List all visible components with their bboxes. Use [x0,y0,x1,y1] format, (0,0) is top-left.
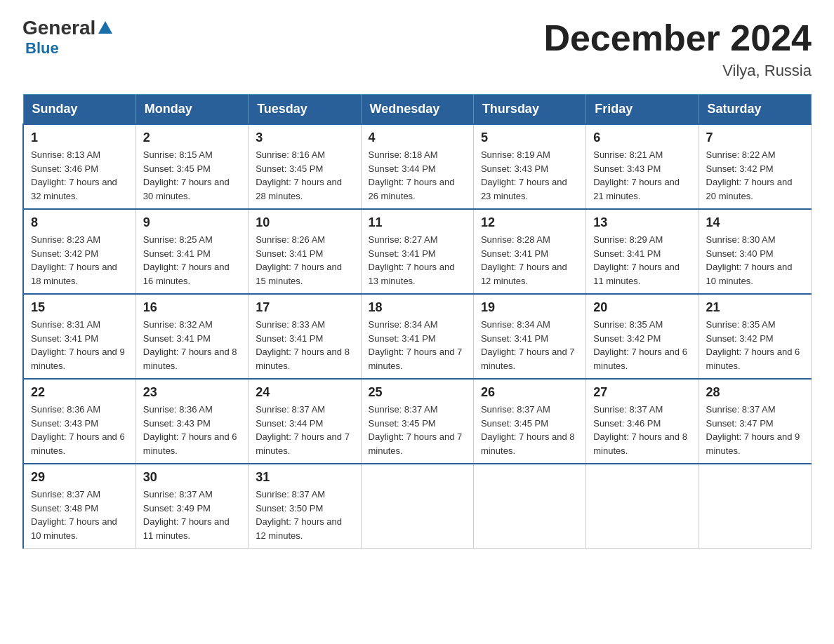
day-number: 25 [369,385,466,400]
day-number: 7 [706,130,804,145]
day-info: Sunrise: 8:36 AM Sunset: 3:43 PM Dayligh… [31,403,128,457]
day-info: Sunrise: 8:37 AM Sunset: 3:45 PM Dayligh… [369,403,466,457]
day-number: 18 [369,300,466,315]
day-info: Sunrise: 8:34 AM Sunset: 3:41 PM Dayligh… [369,318,466,373]
calendar-cell: 27 Sunrise: 8:37 AM Sunset: 3:46 PM Dayl… [586,379,699,464]
day-info: Sunrise: 8:37 AM Sunset: 3:49 PM Dayligh… [143,488,241,542]
calendar-table: Sunday Monday Tuesday Wednesday Thursday… [22,94,812,549]
day-info: Sunrise: 8:34 AM Sunset: 3:41 PM Dayligh… [481,318,578,373]
calendar-cell: 26 Sunrise: 8:37 AM Sunset: 3:45 PM Dayl… [473,379,585,464]
calendar-cell: 16 Sunrise: 8:32 AM Sunset: 3:41 PM Dayl… [135,294,248,379]
day-info: Sunrise: 8:23 AM Sunset: 3:42 PM Dayligh… [31,233,128,288]
logo-text: General [22,17,112,39]
day-info: Sunrise: 8:37 AM Sunset: 3:50 PM Dayligh… [256,488,353,542]
logo-triangle-icon [98,21,112,34]
day-number: 10 [256,215,353,230]
calendar-cell: 21 Sunrise: 8:35 AM Sunset: 3:42 PM Dayl… [699,294,811,379]
day-number: 14 [706,215,804,230]
day-info: Sunrise: 8:29 AM Sunset: 3:41 PM Dayligh… [593,233,691,288]
calendar-cell: 8 Sunrise: 8:23 AM Sunset: 3:42 PM Dayli… [23,209,135,294]
day-info: Sunrise: 8:19 AM Sunset: 3:43 PM Dayligh… [481,148,578,203]
day-number: 30 [143,470,241,485]
day-number: 31 [256,470,353,485]
header-thursday: Thursday [473,95,585,125]
day-info: Sunrise: 8:21 AM Sunset: 3:43 PM Dayligh… [593,148,691,203]
calendar-cell: 17 Sunrise: 8:33 AM Sunset: 3:41 PM Dayl… [249,294,361,379]
title-block: December 2024 Vilya, Russia [543,17,812,80]
day-number: 15 [31,300,128,315]
day-info: Sunrise: 8:22 AM Sunset: 3:42 PM Dayligh… [706,148,804,203]
day-info: Sunrise: 8:37 AM Sunset: 3:48 PM Dayligh… [31,488,128,542]
header-sunday: Sunday [23,95,135,125]
day-info: Sunrise: 8:33 AM Sunset: 3:41 PM Dayligh… [256,318,353,373]
logo: General Blue [22,17,112,58]
day-info: Sunrise: 8:37 AM Sunset: 3:45 PM Dayligh… [481,403,578,457]
week-row-1: 1 Sunrise: 8:13 AM Sunset: 3:46 PM Dayli… [23,124,812,209]
calendar-cell: 10 Sunrise: 8:26 AM Sunset: 3:41 PM Dayl… [249,209,361,294]
day-number: 16 [143,300,241,315]
calendar-cell [361,464,473,549]
calendar-cell: 25 Sunrise: 8:37 AM Sunset: 3:45 PM Dayl… [361,379,473,464]
calendar-cell: 24 Sunrise: 8:37 AM Sunset: 3:44 PM Dayl… [249,379,361,464]
day-number: 9 [143,215,241,230]
day-number: 3 [256,130,353,145]
calendar-cell: 28 Sunrise: 8:37 AM Sunset: 3:47 PM Dayl… [699,379,811,464]
day-number: 24 [256,385,353,400]
calendar-cell: 14 Sunrise: 8:30 AM Sunset: 3:40 PM Dayl… [699,209,811,294]
calendar-cell [473,464,585,549]
header-saturday: Saturday [699,95,811,125]
calendar-cell: 22 Sunrise: 8:36 AM Sunset: 3:43 PM Dayl… [23,379,135,464]
calendar-cell: 1 Sunrise: 8:13 AM Sunset: 3:46 PM Dayli… [23,124,135,209]
day-info: Sunrise: 8:31 AM Sunset: 3:41 PM Dayligh… [31,318,128,373]
calendar-cell: 20 Sunrise: 8:35 AM Sunset: 3:42 PM Dayl… [586,294,699,379]
day-info: Sunrise: 8:30 AM Sunset: 3:40 PM Dayligh… [706,233,804,288]
day-info: Sunrise: 8:15 AM Sunset: 3:45 PM Dayligh… [143,148,241,203]
calendar-cell: 12 Sunrise: 8:28 AM Sunset: 3:41 PM Dayl… [473,209,585,294]
day-number: 29 [31,470,128,485]
day-number: 13 [593,215,691,230]
week-row-2: 8 Sunrise: 8:23 AM Sunset: 3:42 PM Dayli… [23,209,812,294]
day-info: Sunrise: 8:37 AM Sunset: 3:44 PM Dayligh… [256,403,353,457]
day-info: Sunrise: 8:35 AM Sunset: 3:42 PM Dayligh… [593,318,691,373]
day-number: 12 [481,215,578,230]
week-row-5: 29 Sunrise: 8:37 AM Sunset: 3:48 PM Dayl… [23,464,812,549]
calendar-cell: 11 Sunrise: 8:27 AM Sunset: 3:41 PM Dayl… [361,209,473,294]
calendar-cell: 3 Sunrise: 8:16 AM Sunset: 3:45 PM Dayli… [249,124,361,209]
day-info: Sunrise: 8:28 AM Sunset: 3:41 PM Dayligh… [481,233,578,288]
header-wednesday: Wednesday [361,95,473,125]
calendar-cell: 15 Sunrise: 8:31 AM Sunset: 3:41 PM Dayl… [23,294,135,379]
calendar-cell: 7 Sunrise: 8:22 AM Sunset: 3:42 PM Dayli… [699,124,811,209]
day-number: 2 [143,130,241,145]
calendar-cell: 5 Sunrise: 8:19 AM Sunset: 3:43 PM Dayli… [473,124,585,209]
day-number: 21 [706,300,804,315]
day-number: 19 [481,300,578,315]
day-info: Sunrise: 8:13 AM Sunset: 3:46 PM Dayligh… [31,148,128,203]
day-info: Sunrise: 8:37 AM Sunset: 3:46 PM Dayligh… [593,403,691,457]
day-info: Sunrise: 8:26 AM Sunset: 3:41 PM Dayligh… [256,233,353,288]
calendar-cell: 13 Sunrise: 8:29 AM Sunset: 3:41 PM Dayl… [586,209,699,294]
calendar-cell: 31 Sunrise: 8:37 AM Sunset: 3:50 PM Dayl… [249,464,361,549]
calendar-cell: 4 Sunrise: 8:18 AM Sunset: 3:44 PM Dayli… [361,124,473,209]
day-number: 28 [706,385,804,400]
day-number: 5 [481,130,578,145]
day-info: Sunrise: 8:37 AM Sunset: 3:47 PM Dayligh… [706,403,804,457]
day-number: 11 [369,215,466,230]
calendar-cell: 2 Sunrise: 8:15 AM Sunset: 3:45 PM Dayli… [135,124,248,209]
day-number: 4 [369,130,466,145]
day-number: 26 [481,385,578,400]
week-row-4: 22 Sunrise: 8:36 AM Sunset: 3:43 PM Dayl… [23,379,812,464]
calendar-cell: 19 Sunrise: 8:34 AM Sunset: 3:41 PM Dayl… [473,294,585,379]
day-info: Sunrise: 8:18 AM Sunset: 3:44 PM Dayligh… [369,148,466,203]
logo-general: General [22,17,95,39]
calendar-cell: 6 Sunrise: 8:21 AM Sunset: 3:43 PM Dayli… [586,124,699,209]
day-info: Sunrise: 8:25 AM Sunset: 3:41 PM Dayligh… [143,233,241,288]
page-header: General Blue December 2024 Vilya, Russia [22,17,812,80]
weekday-header-row: Sunday Monday Tuesday Wednesday Thursday… [23,95,812,125]
day-number: 22 [31,385,128,400]
day-number: 8 [31,215,128,230]
calendar-cell: 9 Sunrise: 8:25 AM Sunset: 3:41 PM Dayli… [135,209,248,294]
day-number: 27 [593,385,691,400]
calendar-subtitle: Vilya, Russia [543,62,812,80]
calendar-cell: 30 Sunrise: 8:37 AM Sunset: 3:49 PM Dayl… [135,464,248,549]
day-number: 6 [593,130,691,145]
